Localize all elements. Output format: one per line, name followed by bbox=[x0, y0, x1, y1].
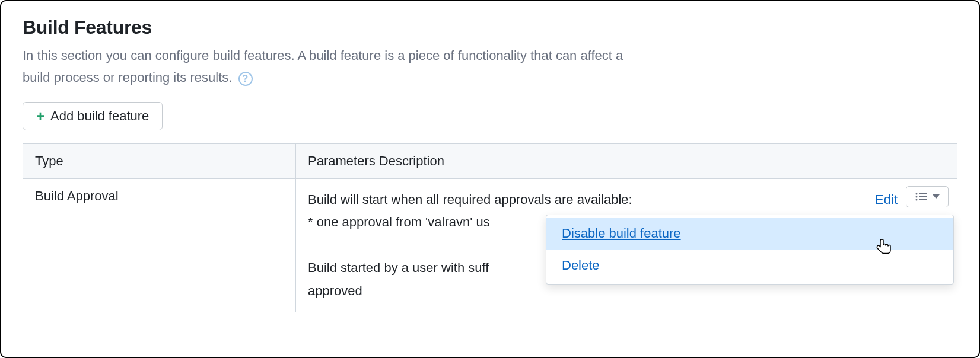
param-line-2: * one approval from 'valravn' us bbox=[308, 215, 490, 229]
panel-frame: Build Features In this section you can c… bbox=[0, 0, 980, 358]
edit-link[interactable]: Edit bbox=[875, 188, 898, 212]
add-build-feature-button[interactable]: + Add build feature bbox=[23, 102, 163, 130]
row-actions-menu-button[interactable] bbox=[906, 186, 949, 207]
list-icon bbox=[915, 192, 928, 202]
chevron-down-icon bbox=[933, 194, 940, 199]
page-subtitle: In this section you can configure build … bbox=[23, 44, 734, 89]
subtitle-line-2: build process or reporting its results. bbox=[23, 70, 232, 85]
dropdown-item-delete[interactable]: Delete bbox=[546, 250, 953, 282]
add-build-feature-label: Add build feature bbox=[50, 108, 149, 124]
subtitle-line-1: In this section you can configure build … bbox=[23, 48, 623, 63]
svg-point-4 bbox=[916, 199, 918, 200]
svg-point-2 bbox=[916, 196, 918, 197]
dropdown-item-disable[interactable]: Disable build feature bbox=[546, 218, 953, 250]
svg-rect-5 bbox=[919, 199, 927, 200]
column-header-parameters: Parameters Description bbox=[296, 143, 957, 178]
column-header-type: Type bbox=[23, 143, 296, 178]
svg-point-0 bbox=[916, 193, 918, 194]
param-line-3: Build started by a user with suff bbox=[308, 260, 489, 275]
page-title: Build Features bbox=[23, 17, 957, 39]
param-line-1: Build will start when all required appro… bbox=[308, 192, 632, 207]
feature-type-cell: Build Approval bbox=[23, 178, 296, 312]
plus-icon: + bbox=[36, 109, 44, 123]
help-icon[interactable]: ? bbox=[238, 72, 253, 86]
svg-rect-1 bbox=[919, 193, 927, 194]
param-line-4: approved bbox=[308, 283, 362, 298]
svg-rect-3 bbox=[919, 196, 927, 197]
row-actions-dropdown: Disable build feature Delete bbox=[546, 215, 954, 285]
